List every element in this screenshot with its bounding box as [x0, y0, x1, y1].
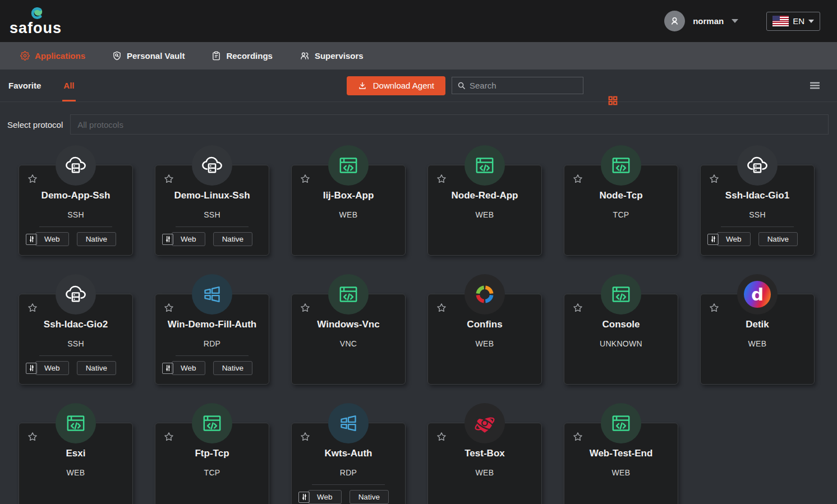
web-code-icon — [610, 283, 632, 306]
app-icon-circle — [465, 145, 505, 186]
app-name: Ftp-Tcp — [155, 448, 269, 459]
native-connect-button[interactable]: Native — [213, 361, 252, 375]
app-name: Kwts-Auth — [292, 448, 405, 459]
app-card[interactable]: Ftp-Tcp TCP — [155, 423, 269, 504]
connection-settings-icon[interactable] — [298, 492, 310, 503]
app-protocol: RDP — [292, 468, 405, 477]
language-selector[interactable]: EN — [766, 12, 820, 31]
native-connect-button[interactable]: Native — [77, 361, 116, 375]
app-card[interactable]: Node-Red-App WEB — [427, 165, 542, 256]
favorite-star-icon[interactable] — [300, 173, 311, 184]
app-actions: WebNative — [701, 232, 814, 246]
app-protocol: WEB — [701, 339, 814, 348]
app-actions: WebNative — [155, 361, 269, 375]
app-icon-circle — [328, 403, 369, 443]
app-card[interactable]: Web-Test-End WEB — [564, 423, 678, 504]
native-connect-button[interactable]: Native — [213, 232, 252, 246]
app-protocol: WEB — [428, 210, 541, 219]
search-input[interactable] — [470, 81, 578, 90]
app-name: Node-Tcp — [564, 190, 678, 201]
favorite-star-icon[interactable] — [27, 431, 38, 442]
username[interactable]: norman — [693, 16, 724, 26]
nav-item-applications[interactable]: Applications — [7, 42, 99, 70]
favorite-star-icon[interactable] — [436, 431, 447, 442]
app-card[interactable]: Ssh-Idac-Gio1 SSH WebNative — [700, 165, 815, 256]
language-caret-icon — [808, 20, 814, 23]
native-connect-button[interactable]: Native — [349, 490, 389, 504]
app-card[interactable]: Ssh-Idac-Gio2 SSH WebNative — [19, 294, 133, 385]
app-card[interactable]: d Detik WEB — [700, 294, 815, 385]
favorite-star-icon[interactable] — [709, 173, 720, 184]
connection-settings-icon[interactable] — [162, 234, 173, 245]
favorite-star-icon[interactable] — [163, 173, 174, 184]
nav-item-recordings[interactable]: Recordings — [198, 42, 286, 70]
favorite-star-icon[interactable] — [709, 302, 720, 313]
protocol-select-input[interactable] — [70, 114, 829, 135]
protocol-filter-label: Select protocol — [7, 120, 63, 130]
app-protocol: SSH — [19, 339, 132, 348]
card-divider — [721, 226, 793, 227]
favorite-star-icon[interactable] — [572, 302, 583, 313]
connection-settings-icon[interactable] — [26, 363, 37, 374]
favorite-star-icon[interactable] — [436, 302, 447, 313]
connection-settings-icon[interactable] — [26, 234, 37, 245]
testbox-heart-icon — [472, 410, 498, 436]
clipboard-icon — [211, 51, 221, 61]
app-card[interactable]: Test-Box WEB — [427, 423, 542, 504]
web-connect-button[interactable]: Web — [717, 232, 751, 246]
favorite-star-icon[interactable] — [27, 173, 38, 184]
search-box[interactable] — [452, 77, 583, 94]
favorite-star-icon[interactable] — [300, 431, 311, 442]
favorite-star-icon[interactable] — [572, 173, 583, 184]
app-card[interactable]: Iij-Box-App WEB — [291, 165, 406, 256]
list-view-icon[interactable] — [810, 81, 820, 90]
app-name: Demo-App-Ssh — [19, 190, 132, 201]
apps-toolbar: Favorite All Download Agent — [0, 70, 837, 102]
app-protocol: VNC — [292, 339, 405, 348]
connection-settings-icon[interactable] — [162, 363, 173, 374]
app-protocol: WEB — [292, 210, 405, 219]
web-connect-button[interactable]: Web — [35, 361, 69, 375]
download-icon — [358, 81, 367, 90]
card-divider — [176, 355, 248, 356]
native-connect-button[interactable]: Native — [758, 232, 798, 246]
favorite-star-icon[interactable] — [436, 173, 447, 184]
app-name: Ssh-Idac-Gio2 — [19, 319, 132, 330]
web-code-icon — [337, 154, 360, 177]
user-menu-caret-icon[interactable] — [732, 19, 738, 23]
favorite-star-icon[interactable] — [163, 431, 174, 442]
web-connect-button[interactable]: Web — [308, 490, 342, 504]
app-card[interactable]: Esxi WEB — [19, 423, 133, 504]
app-card[interactable]: Kwts-Auth RDP WebNative — [291, 423, 406, 504]
windows-icon — [201, 283, 223, 306]
app-name: Ssh-Idac-Gio1 — [701, 190, 814, 201]
web-connect-button[interactable]: Web — [35, 232, 69, 246]
connection-settings-icon[interactable] — [707, 234, 719, 245]
favorite-star-icon[interactable] — [27, 302, 38, 313]
grid-view-icon[interactable] — [608, 96, 775, 105]
app-card[interactable]: Windows-Vnc VNC — [291, 294, 406, 385]
web-connect-button[interactable]: Web — [172, 361, 205, 375]
user-avatar[interactable] — [664, 11, 685, 31]
nav-item-personal-vault[interactable]: Personal Vault — [99, 42, 198, 70]
app-name: Windows-Vnc — [292, 319, 405, 330]
favorite-star-icon[interactable] — [572, 431, 583, 442]
web-connect-button[interactable]: Web — [172, 232, 205, 246]
download-agent-button[interactable]: Download Agent — [347, 76, 445, 95]
favorite-star-icon[interactable] — [163, 302, 174, 313]
favorite-star-icon[interactable] — [300, 302, 311, 313]
user-icon — [669, 15, 680, 27]
app-protocol: TCP — [155, 468, 269, 477]
app-card[interactable]: Node-Tcp TCP — [564, 165, 678, 256]
logo-text: safous — [10, 21, 62, 36]
app-card[interactable]: Demo-Linux-Ssh SSH WebNative — [155, 165, 269, 256]
tab-favorite[interactable]: Favorite — [7, 70, 42, 101]
tab-all[interactable]: All — [62, 70, 75, 101]
app-icon-circle — [192, 145, 232, 186]
app-card[interactable]: Win-Demo-Fill-Auth RDP WebNative — [155, 294, 269, 385]
safous-logo[interactable]: safous — [10, 7, 62, 36]
native-connect-button[interactable]: Native — [77, 232, 116, 246]
app-card[interactable]: Confins WEB — [427, 294, 542, 385]
app-card[interactable]: Demo-App-Ssh SSH WebNative — [19, 165, 133, 256]
app-card[interactable]: Console UNKNOWN — [564, 294, 678, 385]
